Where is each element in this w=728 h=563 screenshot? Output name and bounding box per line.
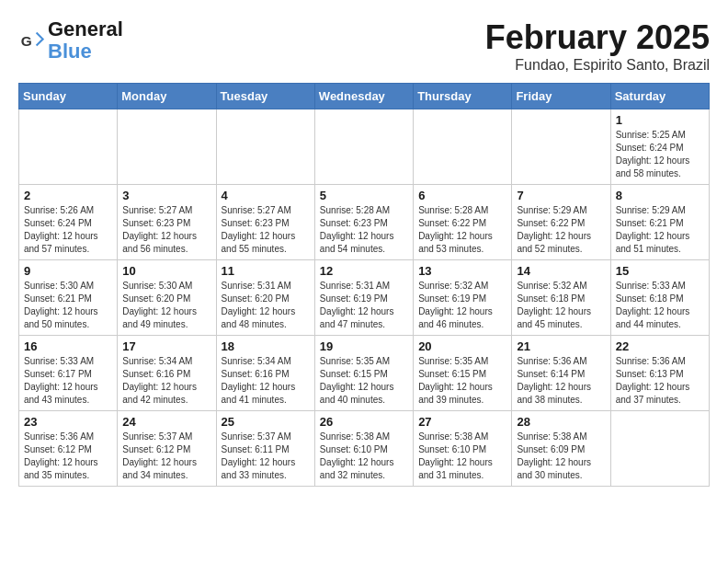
day-cell: 22Sunrise: 5:36 AM Sunset: 6:13 PM Dayli… bbox=[610, 336, 709, 411]
weekday-header-sunday: Sunday bbox=[19, 84, 118, 109]
week-row-3: 16Sunrise: 5:33 AM Sunset: 6:17 PM Dayli… bbox=[19, 336, 710, 411]
day-info: Sunrise: 5:36 AM Sunset: 6:12 PM Dayligh… bbox=[24, 431, 112, 482]
day-number: 11 bbox=[222, 264, 310, 278]
day-info: Sunrise: 5:25 AM Sunset: 6:24 PM Dayligh… bbox=[616, 129, 704, 180]
day-cell: 15Sunrise: 5:33 AM Sunset: 6:18 PM Dayli… bbox=[610, 260, 709, 336]
day-number: 28 bbox=[517, 415, 605, 429]
day-info: Sunrise: 5:35 AM Sunset: 6:15 PM Dayligh… bbox=[418, 355, 506, 407]
day-info: Sunrise: 5:33 AM Sunset: 6:18 PM Dayligh… bbox=[616, 280, 704, 331]
day-cell: 2Sunrise: 5:26 AM Sunset: 6:24 PM Daylig… bbox=[19, 185, 118, 260]
day-number: 10 bbox=[122, 264, 210, 278]
weekday-header-tuesday: Tuesday bbox=[216, 84, 314, 109]
day-info: Sunrise: 5:27 AM Sunset: 6:23 PM Dayligh… bbox=[222, 204, 310, 256]
day-info: Sunrise: 5:37 AM Sunset: 6:11 PM Dayligh… bbox=[222, 431, 310, 482]
weekday-header-thursday: Thursday bbox=[414, 84, 512, 109]
day-cell bbox=[414, 109, 512, 185]
week-row-4: 23Sunrise: 5:36 AM Sunset: 6:12 PM Dayli… bbox=[19, 411, 710, 487]
day-cell bbox=[512, 109, 610, 185]
weekday-header-row: SundayMondayTuesdayWednesdayThursdayFrid… bbox=[19, 84, 710, 109]
day-number: 21 bbox=[517, 339, 605, 353]
day-cell: 8Sunrise: 5:29 AM Sunset: 6:21 PM Daylig… bbox=[610, 185, 709, 260]
day-cell: 16Sunrise: 5:33 AM Sunset: 6:17 PM Dayli… bbox=[19, 336, 118, 411]
day-info: Sunrise: 5:34 AM Sunset: 6:16 PM Dayligh… bbox=[222, 355, 310, 407]
day-cell: 26Sunrise: 5:38 AM Sunset: 6:10 PM Dayli… bbox=[314, 411, 413, 487]
day-cell: 10Sunrise: 5:30 AM Sunset: 6:20 PM Dayli… bbox=[118, 260, 216, 336]
day-info: Sunrise: 5:32 AM Sunset: 6:19 PM Dayligh… bbox=[418, 280, 506, 331]
day-cell: 7Sunrise: 5:29 AM Sunset: 6:22 PM Daylig… bbox=[512, 185, 610, 260]
week-row-1: 2Sunrise: 5:26 AM Sunset: 6:24 PM Daylig… bbox=[19, 185, 710, 260]
day-cell bbox=[118, 109, 216, 185]
day-cell: 28Sunrise: 5:38 AM Sunset: 6:09 PM Dayli… bbox=[512, 411, 610, 487]
day-cell: 24Sunrise: 5:37 AM Sunset: 6:12 PM Dayli… bbox=[118, 411, 216, 487]
day-cell bbox=[216, 109, 314, 185]
weekday-header-monday: Monday bbox=[118, 84, 216, 109]
day-number: 17 bbox=[122, 339, 210, 353]
day-cell: 6Sunrise: 5:28 AM Sunset: 6:22 PM Daylig… bbox=[414, 185, 512, 260]
weekday-header-friday: Friday bbox=[512, 84, 610, 109]
day-number: 23 bbox=[24, 415, 112, 429]
day-number: 12 bbox=[320, 264, 408, 278]
day-info: Sunrise: 5:29 AM Sunset: 6:22 PM Dayligh… bbox=[517, 204, 605, 256]
day-number: 8 bbox=[616, 189, 704, 202]
day-cell: 1Sunrise: 5:25 AM Sunset: 6:24 PM Daylig… bbox=[610, 109, 709, 185]
calendar-title: February 2025 bbox=[485, 18, 710, 57]
day-info: Sunrise: 5:27 AM Sunset: 6:23 PM Dayligh… bbox=[122, 204, 210, 256]
day-number: 6 bbox=[418, 189, 506, 202]
day-cell: 4Sunrise: 5:27 AM Sunset: 6:23 PM Daylig… bbox=[216, 185, 314, 260]
svg-text:G: G bbox=[21, 33, 32, 49]
day-cell: 14Sunrise: 5:32 AM Sunset: 6:18 PM Dayli… bbox=[512, 260, 610, 336]
day-cell: 17Sunrise: 5:34 AM Sunset: 6:16 PM Dayli… bbox=[118, 336, 216, 411]
day-info: Sunrise: 5:34 AM Sunset: 6:16 PM Dayligh… bbox=[122, 355, 210, 407]
logo-text: General Blue bbox=[48, 18, 123, 63]
day-number: 27 bbox=[418, 415, 506, 429]
day-number: 20 bbox=[418, 339, 506, 353]
day-number: 4 bbox=[222, 189, 310, 202]
page-header: G General Blue February 2025 Fundao, Esp… bbox=[18, 18, 710, 74]
day-number: 15 bbox=[616, 264, 704, 278]
day-cell bbox=[610, 411, 709, 487]
day-cell: 12Sunrise: 5:31 AM Sunset: 6:19 PM Dayli… bbox=[314, 260, 413, 336]
day-info: Sunrise: 5:29 AM Sunset: 6:21 PM Dayligh… bbox=[616, 204, 704, 256]
day-number: 7 bbox=[517, 189, 605, 202]
day-info: Sunrise: 5:38 AM Sunset: 6:10 PM Dayligh… bbox=[320, 431, 408, 482]
day-number: 9 bbox=[24, 264, 112, 278]
day-cell: 13Sunrise: 5:32 AM Sunset: 6:19 PM Dayli… bbox=[414, 260, 512, 336]
day-cell: 25Sunrise: 5:37 AM Sunset: 6:11 PM Dayli… bbox=[216, 411, 314, 487]
day-cell bbox=[314, 109, 413, 185]
day-cell: 3Sunrise: 5:27 AM Sunset: 6:23 PM Daylig… bbox=[118, 185, 216, 260]
day-cell: 27Sunrise: 5:38 AM Sunset: 6:10 PM Dayli… bbox=[414, 411, 512, 487]
day-info: Sunrise: 5:31 AM Sunset: 6:19 PM Dayligh… bbox=[320, 280, 408, 331]
day-number: 13 bbox=[418, 264, 506, 278]
day-info: Sunrise: 5:28 AM Sunset: 6:22 PM Dayligh… bbox=[418, 204, 506, 256]
logo-icon: G bbox=[18, 28, 44, 53]
day-info: Sunrise: 5:30 AM Sunset: 6:20 PM Dayligh… bbox=[122, 280, 210, 331]
day-info: Sunrise: 5:30 AM Sunset: 6:21 PM Dayligh… bbox=[24, 280, 112, 331]
calendar-table: SundayMondayTuesdayWednesdayThursdayFrid… bbox=[18, 83, 710, 487]
day-info: Sunrise: 5:35 AM Sunset: 6:15 PM Dayligh… bbox=[320, 355, 408, 407]
day-number: 3 bbox=[122, 189, 210, 202]
day-info: Sunrise: 5:38 AM Sunset: 6:09 PM Dayligh… bbox=[517, 431, 605, 482]
day-info: Sunrise: 5:36 AM Sunset: 6:14 PM Dayligh… bbox=[517, 355, 605, 407]
day-info: Sunrise: 5:36 AM Sunset: 6:13 PM Dayligh… bbox=[616, 355, 704, 407]
week-row-0: 1Sunrise: 5:25 AM Sunset: 6:24 PM Daylig… bbox=[19, 109, 710, 185]
day-number: 24 bbox=[122, 415, 210, 429]
week-row-2: 9Sunrise: 5:30 AM Sunset: 6:21 PM Daylig… bbox=[19, 260, 710, 336]
day-cell: 5Sunrise: 5:28 AM Sunset: 6:23 PM Daylig… bbox=[314, 185, 413, 260]
day-cell: 20Sunrise: 5:35 AM Sunset: 6:15 PM Dayli… bbox=[414, 336, 512, 411]
day-number: 1 bbox=[616, 113, 704, 127]
day-info: Sunrise: 5:31 AM Sunset: 6:20 PM Dayligh… bbox=[222, 280, 310, 331]
title-block: February 2025 Fundao, Espirito Santo, Br… bbox=[485, 18, 710, 74]
day-cell: 21Sunrise: 5:36 AM Sunset: 6:14 PM Dayli… bbox=[512, 336, 610, 411]
day-number: 18 bbox=[222, 339, 310, 353]
day-info: Sunrise: 5:38 AM Sunset: 6:10 PM Dayligh… bbox=[418, 431, 506, 482]
day-number: 22 bbox=[616, 339, 704, 353]
day-info: Sunrise: 5:26 AM Sunset: 6:24 PM Dayligh… bbox=[24, 204, 112, 256]
weekday-header-wednesday: Wednesday bbox=[314, 84, 413, 109]
day-number: 5 bbox=[320, 189, 408, 202]
logo: G General Blue bbox=[18, 18, 123, 63]
day-cell: 9Sunrise: 5:30 AM Sunset: 6:21 PM Daylig… bbox=[19, 260, 118, 336]
day-number: 26 bbox=[320, 415, 408, 429]
day-info: Sunrise: 5:28 AM Sunset: 6:23 PM Dayligh… bbox=[320, 204, 408, 256]
day-info: Sunrise: 5:32 AM Sunset: 6:18 PM Dayligh… bbox=[517, 280, 605, 331]
weekday-header-saturday: Saturday bbox=[610, 84, 709, 109]
